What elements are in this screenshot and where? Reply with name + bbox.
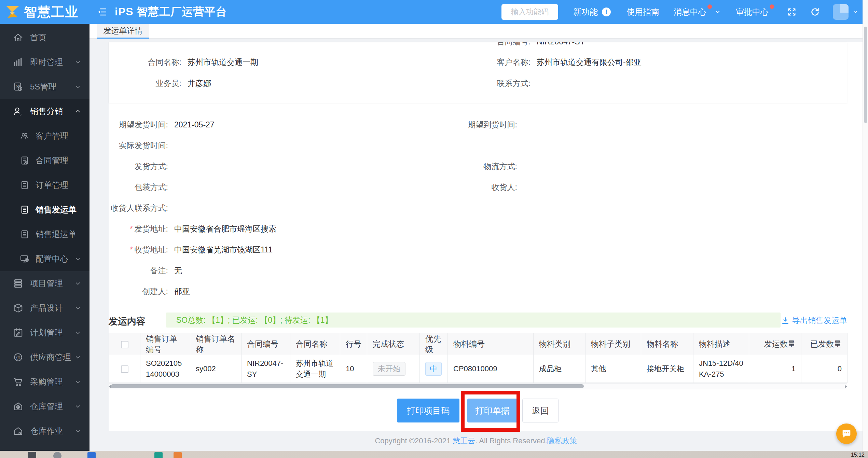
sidebar-item-label: 计划管理	[30, 327, 63, 338]
user-menu-chevron-icon[interactable]	[853, 9, 858, 15]
tab-shipment-detail[interactable]: 发运单详情	[97, 24, 149, 39]
message-center-link[interactable]: 消息中心	[674, 6, 706, 17]
table-cell: 1	[749, 355, 801, 383]
field-value: 井彦娜	[188, 78, 211, 89]
sidebar-collapse-icon[interactable]	[97, 8, 107, 16]
sidebar-item-warehouse-mgmt[interactable]: 仓库管理	[0, 394, 89, 419]
form-row: *发货地址:中国安徽省合肥市瑶海区搜索	[109, 219, 847, 239]
privacy-policy-link[interactable]: 隐私政策	[547, 436, 577, 446]
field-value: 2021-05-27	[174, 120, 215, 129]
form-row: 创建人:邵亚	[109, 281, 847, 302]
table-cell: 接地开关柜	[641, 355, 693, 383]
table-cell: 成品柜	[534, 355, 585, 383]
header-actions: 新功能 ! 使用指南 消息中心 审批中心	[501, 0, 858, 24]
approval-center-link[interactable]: 审批中心	[736, 6, 769, 17]
field-label: 实际发货时间:	[109, 140, 168, 151]
sidebar-item-label: 首页	[30, 32, 46, 43]
brand-link[interactable]: 慧工云	[453, 436, 475, 446]
sidebar-item-warehouse-ops[interactable]: 仓库作业	[0, 419, 89, 443]
chevron-down-icon	[74, 280, 81, 287]
order-info-card: 合同编号: NIR20047-SY 合同名称:苏州市轨道交通一期客户名称:苏州市…	[109, 42, 847, 103]
field-label: 业务员:	[109, 78, 181, 89]
column-header: 合同名称	[290, 333, 340, 355]
avatar[interactable]	[833, 4, 849, 20]
field-label: 合同编号:	[458, 42, 531, 46]
sidebar-item-home[interactable]: 首页	[0, 25, 89, 50]
sidebar-item-sales-shipment[interactable]: 销售发运单	[0, 197, 89, 222]
taskbar-app-icon[interactable]	[154, 452, 163, 458]
contract-icon	[20, 156, 29, 165]
table-cell: sy002	[190, 355, 242, 383]
sidebar-item-config-center[interactable]: 配置中心	[0, 247, 89, 271]
sidebar-item-sales-return[interactable]: 销售退运单	[0, 222, 89, 247]
sidebar-item-label: 客户管理	[36, 130, 68, 141]
exclamation-badge-icon[interactable]: !	[602, 8, 611, 16]
person-icon	[13, 106, 23, 116]
cart-icon	[13, 377, 23, 387]
scroll-right-arrow-icon[interactable]	[845, 385, 847, 388]
back-button[interactable]: 返回	[522, 399, 559, 422]
app-header: 智慧工业 iPS 智慧工厂运营平台 新功能 ! 使用指南 消息中心 审批中心	[0, 0, 863, 24]
form-row: 合同名称:苏州市轨道交通一期客户名称:苏州市轨道交通有限公司-邵亚	[109, 52, 847, 73]
sidebar-item-contract-mgmt[interactable]: 合同管理	[0, 148, 89, 173]
sidebar-item-purchase-mgmt[interactable]: 采购管理	[0, 370, 89, 394]
taskbar-app-icon[interactable]	[87, 452, 96, 458]
row-checkbox[interactable]	[121, 365, 128, 373]
field-value: 无	[174, 265, 182, 276]
field-label: 期望发货时间:	[109, 120, 168, 130]
field-value: NIR20047-SY	[537, 42, 585, 46]
taskbar-app-icon[interactable]	[174, 452, 182, 458]
chart-icon	[13, 57, 23, 67]
field-value: 邵亚	[174, 286, 190, 297]
form-row: 实际发货时间:	[109, 135, 847, 156]
sidebar-item-plan-mgmt[interactable]: 计划管理	[0, 320, 89, 345]
fullscreen-icon[interactable]	[787, 7, 797, 17]
chat-widget-button[interactable]	[836, 424, 857, 444]
horizontal-scrollbar-thumb[interactable]	[111, 384, 584, 388]
sidebar-item-supplier-mgmt[interactable]: 供供应商管理	[0, 345, 89, 370]
sidebar-item-order-mgmt[interactable]: 订单管理	[0, 173, 89, 197]
sidebar-item-product-design[interactable]: 产品设计	[0, 296, 89, 320]
cube-icon	[13, 303, 23, 313]
sidebar-item-sales-distribution[interactable]: 销售分销	[0, 99, 89, 124]
table-cell: 未开始	[367, 355, 420, 383]
app-logo[interactable]: 智慧工业	[0, 3, 88, 21]
sidebar-item-label: 产品设计	[30, 303, 63, 314]
print-project-code-button[interactable]: 打印项目码	[397, 399, 459, 422]
table-cell: CP08010009	[448, 355, 534, 383]
vertical-scrollbar[interactable]	[863, 0, 868, 458]
refresh-icon[interactable]	[810, 7, 820, 17]
horizontal-scrollbar[interactable]	[109, 383, 847, 389]
priority-badge: 中	[425, 362, 442, 376]
field-label: 创建人:	[109, 286, 168, 297]
new-features-link[interactable]: 新功能	[573, 6, 598, 17]
fives-icon: 5s	[13, 82, 23, 92]
sidebar-item-5s-mgmt[interactable]: 5s5S管理	[0, 74, 89, 99]
export-shipment-link[interactable]: 导出销售发运单	[781, 315, 847, 326]
chevron-down-icon	[74, 305, 81, 311]
column-header: 物料描述	[693, 333, 749, 355]
print-document-button[interactable]: 打印单据	[467, 399, 518, 422]
table-row[interactable]: SO20210514000003sy002NIR20047-SY苏州市轨道交通一…	[109, 355, 848, 383]
chevron-down-icon	[74, 378, 81, 385]
sidebar-item-realtime-mgmt[interactable]: 即时管理	[0, 50, 89, 74]
supplier-icon: 供	[13, 352, 23, 362]
section-title: 发运内容	[109, 315, 146, 328]
user-guide-link[interactable]: 使用指南	[626, 6, 659, 17]
download-icon	[781, 317, 789, 325]
form-row: *收货地址:中国安徽省芜湖市镜湖区111	[109, 239, 847, 260]
select-all-checkbox[interactable]	[121, 341, 128, 348]
field-label: 客户名称:	[458, 57, 531, 68]
chevron-down-icon[interactable]	[715, 9, 721, 15]
sidebar-item-label: 仓库管理	[30, 401, 63, 412]
form-row: 发货方式:物流方式:	[109, 156, 847, 177]
field-label: 发货方式:	[109, 161, 168, 172]
taskbar-app-icon[interactable]	[28, 452, 36, 458]
taskbar-app-icon[interactable]	[53, 452, 61, 458]
field-label: *收货地址:	[109, 245, 168, 255]
calendar-icon	[13, 328, 23, 338]
sidebar-item-project-mgmt[interactable]: 项目管理	[0, 271, 89, 296]
function-code-search-input[interactable]	[501, 4, 558, 20]
vertical-scrollbar-thumb[interactable]	[864, 27, 867, 123]
sidebar-item-customer-mgmt[interactable]: 客户管理	[0, 124, 89, 148]
